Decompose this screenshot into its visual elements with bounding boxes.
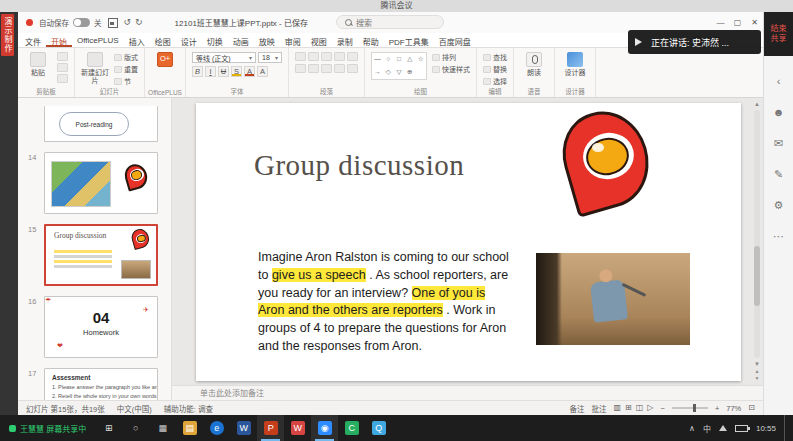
slide-thumbnail-14[interactable]: 14: [44, 152, 163, 214]
scrollbar-thumb[interactable]: [754, 246, 760, 306]
search-box[interactable]: 搜索: [336, 15, 444, 29]
scroll-up-icon[interactable]: ▲: [754, 100, 760, 108]
search-button[interactable]: ○: [122, 415, 149, 441]
end-share-button[interactable]: 结束共享: [764, 12, 793, 56]
presentation-mode-tag[interactable]: 演示制作: [1, 14, 14, 56]
clock[interactable]: 10:55: [756, 424, 776, 433]
ribbon-group-paragraph: 段落: [289, 48, 365, 97]
tab-design[interactable]: 设计: [176, 33, 202, 47]
scroll-down-icon[interactable]: ▼: [754, 360, 760, 368]
slide-canvas[interactable]: Group discussion Imagine Aron Ralston is…: [196, 103, 741, 381]
indent-decrease-icon[interactable]: [321, 52, 332, 61]
scrollbar-track[interactable]: [754, 110, 760, 358]
fit-slide-button[interactable]: ⊡: [748, 404, 755, 412]
officeplus-button[interactable]: O+: [151, 52, 179, 67]
line-spacing-icon[interactable]: [347, 52, 358, 61]
paste-button[interactable]: 粘贴: [24, 52, 52, 77]
start-button[interactable]: ⊞: [95, 415, 122, 441]
group-label-clipboard: 剪贴板: [18, 86, 74, 96]
notes-toggle[interactable]: 备注: [570, 403, 585, 414]
ribbon-group-slides: 新建幻灯片 版式重置节 幻灯片: [75, 48, 145, 97]
notes-placeholder[interactable]: 单击此处添加备注: [172, 385, 763, 400]
designer-button[interactable]: 设计器: [561, 52, 589, 77]
tab-review[interactable]: 审阅: [280, 33, 306, 47]
task-view-button[interactable]: ▦: [149, 415, 176, 441]
input-method-indicator[interactable]: 中: [703, 423, 711, 434]
bullets-icon[interactable]: [295, 52, 306, 61]
tray-expand-icon[interactable]: ∧: [689, 424, 695, 433]
collapse-sidebar-icon[interactable]: ‹: [777, 76, 781, 87]
previous-slide-button[interactable]: ▲: [755, 368, 760, 375]
slide-thumbnail-13[interactable]: Post-reading: [44, 106, 163, 142]
comments-toggle[interactable]: 批注: [592, 403, 607, 414]
tab-draw[interactable]: 绘图: [150, 33, 176, 47]
aron-ralston-photo[interactable]: [536, 253, 690, 345]
wps-icon[interactable]: W: [284, 415, 311, 441]
tab-record[interactable]: 录制: [332, 33, 358, 47]
slide-body-text[interactable]: Imagine Aron Ralston is coming to our sc…: [258, 249, 510, 356]
format-painter-icon[interactable]: [57, 74, 68, 83]
slide-thumbnail-17[interactable]: 17 Assessment 1. Please answer the parag…: [44, 368, 163, 400]
more-icon[interactable]: ⋯: [773, 231, 784, 242]
new-slide-button[interactable]: 新建幻灯片: [81, 52, 109, 85]
tab-home[interactable]: 开始: [46, 33, 72, 47]
word-icon[interactable]: W: [230, 415, 257, 441]
font-size-select[interactable]: 18▾: [258, 52, 282, 63]
chat-icon[interactable]: ✉: [774, 138, 783, 149]
qq-icon[interactable]: Q: [365, 415, 392, 441]
annotation-icon[interactable]: ✎: [774, 169, 783, 180]
ribbon-group-designer: 设计器 设计器: [555, 48, 596, 97]
tab-baidu-netdisk[interactable]: 百度网盘: [434, 33, 476, 47]
network-icon[interactable]: [719, 425, 727, 431]
align-left-icon[interactable]: [295, 64, 306, 73]
align-center-icon[interactable]: [308, 64, 319, 73]
powerpoint-icon[interactable]: P: [257, 415, 284, 441]
language-indicator[interactable]: 中文(中国): [117, 403, 152, 414]
text-direction-icon[interactable]: [347, 64, 358, 73]
undo-icon[interactable]: ↺: [124, 12, 132, 33]
tab-transitions[interactable]: 切换: [202, 33, 228, 47]
show-desktop-button[interactable]: [784, 415, 789, 441]
settings-icon[interactable]: ⚙: [774, 200, 784, 211]
tab-view[interactable]: 视图: [306, 33, 332, 47]
brand-pin-logo[interactable]: [558, 109, 656, 219]
next-slide-button[interactable]: ▼: [755, 375, 760, 382]
slide-thumbnail-16[interactable]: 16 ✈❤☂ 04 Homework: [44, 296, 163, 358]
meeting-icon[interactable]: ◉: [311, 415, 338, 441]
accessibility-indicator[interactable]: 辅助功能: 调查: [164, 403, 213, 414]
members-icon[interactable]: ☻: [773, 107, 785, 118]
zoom-level[interactable]: 77%: [726, 404, 741, 413]
wechat-icon[interactable]: C: [338, 415, 365, 441]
tab-officeplus[interactable]: OfficePLUS: [72, 33, 124, 47]
slide-thumbnail-15-selected[interactable]: 15 Group discussion: [44, 224, 163, 286]
zoom-slider[interactable]: [672, 407, 708, 409]
browser-icon[interactable]: e: [203, 415, 230, 441]
tab-file[interactable]: 文件: [20, 33, 46, 47]
tab-animations[interactable]: 动画: [228, 33, 254, 47]
file-explorer-icon[interactable]: ▤: [176, 415, 203, 441]
indent-increase-icon[interactable]: [334, 52, 345, 61]
zoom-out-button[interactable]: −: [661, 404, 665, 413]
autosave-toggle[interactable]: [73, 18, 90, 27]
read-aloud-button[interactable]: 朗读: [520, 52, 548, 77]
copy-icon[interactable]: [57, 63, 68, 72]
tab-insert[interactable]: 插入: [124, 33, 150, 47]
screen-share-status[interactable]: 王慧慧 屏幕共享中: [0, 415, 95, 441]
save-icon[interactable]: [108, 18, 118, 28]
section-number: 04: [45, 309, 157, 326]
redo-icon[interactable]: ↻: [135, 12, 143, 33]
tab-pdf-tools[interactable]: PDF工具集: [384, 33, 434, 47]
slide-title[interactable]: Group discussion: [254, 149, 464, 182]
align-right-icon[interactable]: [321, 64, 332, 73]
tab-help[interactable]: 帮助: [358, 33, 384, 47]
ribbon-small-icon: [114, 78, 122, 85]
justify-icon[interactable]: [334, 64, 345, 73]
numbering-icon[interactable]: [308, 52, 319, 61]
font-name-select[interactable]: 等线 (正文)▾: [192, 52, 256, 63]
shapes-gallery[interactable]: ―○□△☆→◇▽⊕: [371, 52, 427, 80]
vertical-scrollbar[interactable]: ▲ ▼ ▲ ▼: [752, 100, 762, 382]
cut-icon[interactable]: [57, 52, 68, 61]
zoom-slider-thumb[interactable]: [693, 404, 696, 412]
tab-slide-show[interactable]: 放映: [254, 33, 280, 47]
zoom-in-button[interactable]: +: [715, 404, 719, 413]
